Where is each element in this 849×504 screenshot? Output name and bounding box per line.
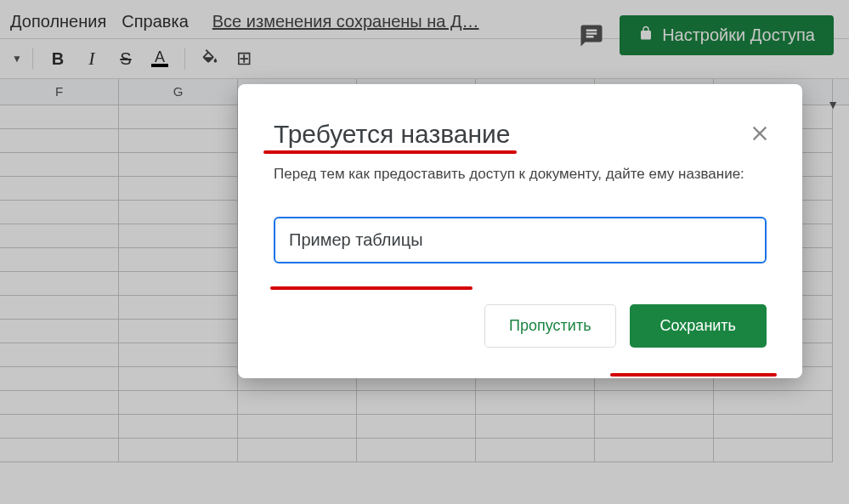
- highlight-annotation: [270, 286, 473, 290]
- save-button[interactable]: Сохранить: [630, 304, 767, 348]
- dialog-description: Перед тем как предоставить доступ к доку…: [274, 166, 767, 183]
- dialog-title: Требуется название: [274, 120, 511, 149]
- highlight-annotation: [610, 373, 777, 377]
- document-name-input[interactable]: [274, 217, 767, 263]
- highlight-annotation: [263, 150, 517, 154]
- skip-button[interactable]: Пропустить: [484, 304, 615, 348]
- name-required-dialog: Требуется название Перед тем как предост…: [238, 84, 802, 378]
- close-icon[interactable]: [748, 122, 772, 145]
